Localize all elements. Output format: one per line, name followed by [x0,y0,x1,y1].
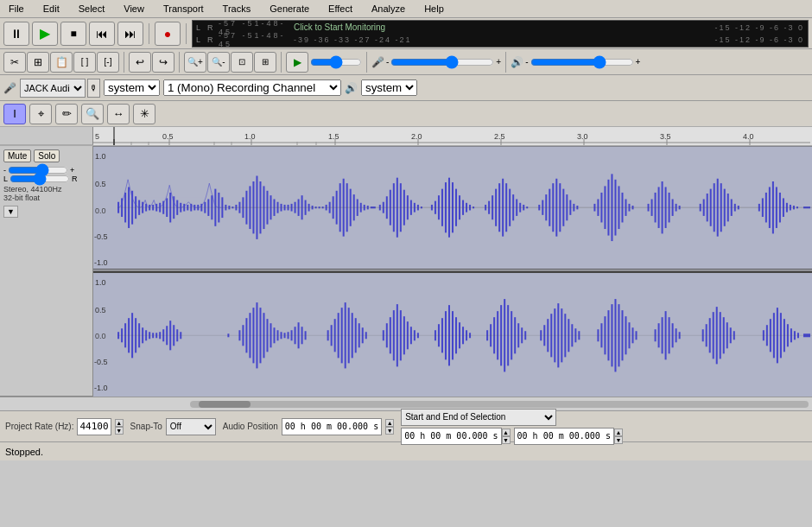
audio-pos-section: Audio Position 00 h 00 m 00.000 s ▲ ▼ [223,418,394,435]
play-at-speed-button[interactable]: ▶ [286,52,308,73]
menu-effect[interactable]: Effect [323,2,358,16]
sel-start-spin[interactable]: ▲ ▼ [502,429,511,444]
waveform-svg-bottom: 1.0 0.5 0.0 -0.5 -1.0 [93,273,812,397]
toolbar-separator2 [186,23,187,44]
zoom-fit-button[interactable]: ⊞ [254,52,276,73]
svg-text:2.5: 2.5 [494,132,505,141]
sel-start-display[interactable]: 00 h 00 m 00.000 s [401,428,501,445]
audio-pos-spin[interactable]: ▲ ▼ [385,419,394,435]
menu-transport[interactable]: Transport [158,2,209,16]
vu-meter-area[interactable]: L R -57 -51-48-45 Click to Start Monitor… [192,20,809,48]
tool-zoom[interactable]: 🔍 [81,104,104,124]
pause-button[interactable]: ⏸ [3,22,29,46]
project-rate-display: 44100 [77,418,111,435]
mute-button[interactable]: Mute [3,149,31,162]
undo-button[interactable]: ↩ [129,52,151,73]
svg-text:1.0: 1.0 [244,132,256,141]
output-select[interactable]: system default [361,79,417,96]
menu-file[interactable]: File [3,2,29,16]
menu-select[interactable]: Select [73,2,111,16]
skip-end-button[interactable]: ⏭ [117,22,143,46]
undo-group: ↩ ↪ [129,52,174,73]
waveform-track-top[interactable]: 1.0 0.5 0.0 -0.5 -1.0 [93,146,812,271]
svg-text:0.0: 0.0 [95,206,106,214]
zoom-sel-button[interactable]: ⊡ [231,52,253,73]
audio-pos-up[interactable]: ▲ [385,419,394,427]
track-controls: Mute Solo - + L R Stereo, 44100Hz 32-bit… [0,146,93,397]
sel-end-down[interactable]: ▼ [614,436,623,444]
snap-to-select[interactable]: Off Nearest Prior [166,418,216,435]
silence-button[interactable]: [-] [97,52,119,73]
sel-end-spin[interactable]: ▲ ▼ [614,429,623,444]
selection-section: Start and End of Selection Start and Len… [401,409,623,445]
menu-view[interactable]: View [118,2,149,16]
rate-spin-down[interactable]: ▼ [115,427,124,435]
tool-envelope[interactable]: ⌖ [29,104,52,124]
skip-start-button[interactable]: ⏮ [89,22,115,46]
output-volume-slider[interactable] [530,55,634,69]
output-icon: 🔊 [345,82,358,94]
click-to-monitor[interactable]: Click to Start Monitoring [290,22,712,32]
snap-to-section: Snap-To Off Nearest Prior [130,418,216,435]
waveform-track-bottom[interactable]: 1.0 0.5 0.0 -0.5 -1.0 [93,273,812,397]
mic-icon: 🎤 [3,82,16,94]
edit-sep4 [366,52,367,73]
hscroll-track[interactable] [190,401,809,408]
zoom-in-button[interactable]: 🔍+ [184,52,206,73]
audio-pos-display[interactable]: 00 h 00 m 00.000 s [282,418,382,435]
edit-sep5 [505,52,506,73]
input-device-select[interactable]: JACK Audi default [20,79,86,98]
tool-draw[interactable]: ✏ [55,104,78,124]
svg-text:0.5: 0.5 [162,132,174,141]
rate-spin-up[interactable]: ▲ [115,419,124,427]
track-collapse-button[interactable]: ▼ [3,206,18,218]
sel-end-up[interactable]: ▲ [614,429,623,436]
svg-text:1.0: 1.0 [95,278,106,287]
channel-select[interactable]: 1 (Mono) Recording Channel 2 (Stereo) Re… [163,79,341,96]
pan-r: R [72,175,78,183]
input-device-settings[interactable]: 🎙 [87,79,100,98]
menu-help[interactable]: Help [419,2,449,16]
zoom-out-button[interactable]: 🔍- [207,52,230,73]
redo-button[interactable]: ↪ [152,52,174,73]
svg-text:0.5: 0.5 [95,306,106,314]
sel-start-value: 00 h 00 m 00.000 s [404,431,498,441]
paste-button[interactable]: 📋 [50,52,73,73]
menu-bar: File Edit Select View Transport Tracks G… [0,0,812,18]
menu-generate[interactable]: Generate [264,2,314,16]
menu-tracks[interactable]: Tracks [218,2,257,16]
pan-row: L R [3,175,89,183]
play-button[interactable]: ▶ [32,22,58,46]
project-rate-spin[interactable]: ▲ ▼ [115,419,124,435]
trim-button[interactable]: [ ] [73,52,96,73]
solo-button[interactable]: Solo [34,149,60,162]
svg-text:-1.0: -1.0 [94,384,108,392]
svg-text:1.0: 1.0 [95,152,106,161]
tool-multi[interactable]: ✳ [133,104,155,124]
status-text: Stopped. [5,447,43,457]
vol-plus: + [496,57,501,67]
stop-button[interactable]: ■ [60,22,86,46]
host-select[interactable]: system [104,79,160,96]
hscroll-thumb[interactable] [199,401,251,408]
selection-type-select[interactable]: Start and End of Selection Start and Len… [401,409,556,426]
main-track-area: Mute Solo - + L R Stereo, 44100Hz 32-bit… [0,146,812,397]
cut-button[interactable]: ✂ [3,52,26,73]
speaker-icon: 🔊 [511,56,523,68]
sel-start-down[interactable]: ▼ [502,436,511,444]
out-vol-minus: - [525,57,528,67]
sel-start-up[interactable]: ▲ [502,429,511,436]
tool-cursor[interactable]: I [3,104,26,124]
menu-analyze[interactable]: Analyze [366,2,410,16]
playback-speed-slider[interactable] [310,55,362,69]
copy-button[interactable]: ⊞ [27,52,49,73]
tool-timeshift[interactable]: ↔ [107,104,130,124]
input-volume-slider[interactable] [390,55,494,69]
audio-pos-down[interactable]: ▼ [385,427,394,435]
record-button[interactable]: ● [155,22,181,46]
svg-text:-1.0: -1.0 [94,258,108,267]
pan-slider[interactable] [10,175,70,183]
waveform-area[interactable]: 1.0 0.5 0.0 -0.5 -1.0 [93,146,812,397]
menu-edit[interactable]: Edit [38,2,65,16]
sel-end-display[interactable]: 00 h 00 m 00.000 s [514,428,614,445]
